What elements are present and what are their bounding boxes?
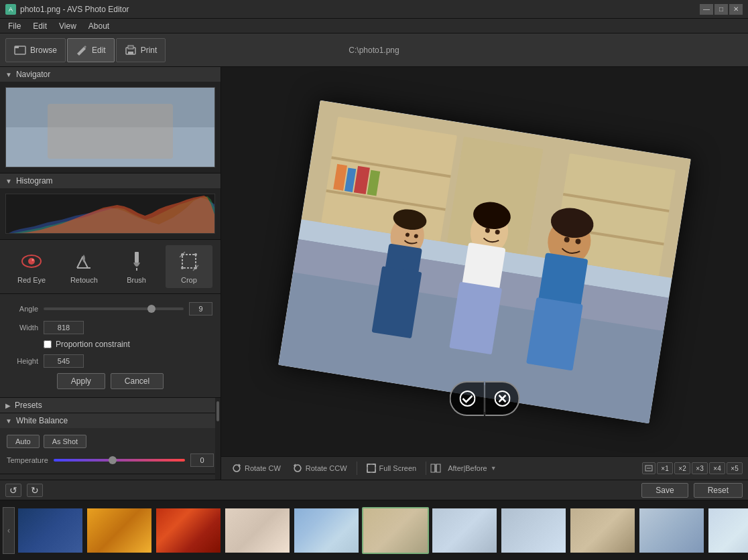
- filmstrip-thumb-6[interactable]: [362, 507, 429, 554]
- save-button[interactable]: Save: [641, 483, 688, 498]
- print-label: Print: [141, 46, 158, 55]
- canvas-area: Rotate CW Rotate CCW Full: [221, 67, 748, 480]
- filmstrip-prev-button[interactable]: ‹: [3, 507, 15, 554]
- svg-point-17: [194, 267, 197, 269]
- svg-point-15: [194, 253, 197, 256]
- photo-container: [278, 100, 691, 423]
- svg-rect-57: [436, 464, 440, 472]
- proportion-checkbox[interactable]: [44, 340, 52, 348]
- crop-label: Crop: [181, 276, 197, 284]
- wb-title: White Balance: [16, 416, 68, 425]
- zoom-4x-button[interactable]: ×4: [709, 462, 725, 474]
- panel-scrollbar-thumb: [216, 401, 219, 421]
- red-eye-label: Red Eye: [17, 276, 46, 284]
- angle-slider[interactable]: [44, 307, 184, 310]
- title-left: A photo1.png - AVS Photo Editor: [5, 4, 129, 15]
- width-label: Width: [8, 324, 38, 332]
- undo-button[interactable]: ↺: [5, 484, 21, 497]
- fit-width-button[interactable]: [642, 462, 656, 474]
- brush-svg: [125, 249, 149, 273]
- crop-tool[interactable]: Crop: [166, 245, 212, 288]
- cancel-button[interactable]: Cancel: [111, 373, 164, 389]
- print-button[interactable]: Print: [116, 38, 166, 62]
- filmstrip-thumb-2[interactable]: [86, 507, 153, 554]
- temperature-slider[interactable]: [54, 459, 185, 462]
- presets-header[interactable]: ▶ Presets: [0, 398, 221, 413]
- filmstrip-thumb-5[interactable]: [293, 507, 360, 554]
- navigator-header[interactable]: ▼ Navigator: [0, 67, 221, 82]
- svg-rect-3: [128, 46, 133, 49]
- apply-button[interactable]: Apply: [57, 373, 105, 389]
- menu-file[interactable]: File: [3, 20, 26, 32]
- height-input[interactable]: [44, 354, 84, 368]
- close-button[interactable]: ✕: [729, 4, 743, 15]
- photo-scene: [278, 100, 691, 423]
- filmstrip-thumb-7[interactable]: [431, 507, 498, 554]
- brush-icon: [125, 249, 149, 273]
- filmstrip-thumb-10[interactable]: [638, 507, 705, 554]
- retouch-tool[interactable]: Retouch: [60, 245, 107, 288]
- rotate-cw-button[interactable]: Rotate CW: [227, 461, 286, 476]
- histogram-svg: [6, 194, 214, 234]
- histogram-arrow: ▼: [5, 178, 12, 185]
- thumb-bg-7: [432, 508, 497, 553]
- zoom-2x-button[interactable]: ×2: [674, 462, 690, 474]
- presets-title: Presets: [15, 401, 42, 410]
- thumb-bg-11: [708, 508, 748, 553]
- menu-edit[interactable]: Edit: [27, 20, 52, 32]
- toolbar: Browse Edit Print C:\photo1.png: [0, 33, 748, 67]
- edit-icon: [76, 44, 88, 56]
- wb-header[interactable]: ▼ White Balance: [0, 413, 221, 428]
- tools-section: Red Eye Retouch: [0, 240, 221, 294]
- after-before-control: After|Before ▼: [430, 462, 501, 475]
- overlay-controls: [450, 381, 520, 416]
- cancel-overlay-button[interactable]: [485, 381, 520, 416]
- title-bar: A photo1.png - AVS Photo Editor — □ ✕: [0, 0, 748, 19]
- svg-rect-1: [15, 46, 19, 48]
- browse-icon: [14, 44, 26, 56]
- red-eye-tool[interactable]: Red Eye: [8, 245, 55, 288]
- toolbar-separator-1: [357, 462, 357, 475]
- wb-as-shot-button[interactable]: As Shot: [44, 435, 87, 448]
- width-input[interactable]: [44, 321, 84, 334]
- confirm-button[interactable]: [450, 381, 485, 416]
- histogram-header[interactable]: ▼ Histogram: [0, 173, 221, 188]
- filmstrip-thumb-9[interactable]: [569, 507, 636, 554]
- histogram-chart: [5, 194, 215, 234]
- menu-bar: File Edit View About: [0, 19, 748, 33]
- panel-scrollbar[interactable]: [215, 398, 221, 480]
- histogram-content: [0, 188, 221, 239]
- rotate-ccw-button[interactable]: Rotate CCW: [288, 461, 353, 476]
- filmstrip-thumb-8[interactable]: [500, 507, 567, 554]
- filmstrip-thumb-4[interactable]: [224, 507, 291, 554]
- thumb-bg-8: [501, 508, 566, 553]
- navigator-section: ▼ Navigator: [0, 67, 221, 173]
- svg-point-51: [460, 391, 475, 406]
- window-controls: — □ ✕: [700, 4, 743, 15]
- zoom-1x-button[interactable]: ×1: [657, 462, 673, 474]
- reset-button[interactable]: Reset: [694, 483, 743, 498]
- thumb-bg-5: [294, 508, 359, 553]
- filmstrip-thumb-1[interactable]: [17, 507, 84, 554]
- menu-view[interactable]: View: [54, 20, 82, 32]
- filmstrip-thumb-11[interactable]: [707, 507, 748, 554]
- brush-tool[interactable]: Brush: [113, 245, 160, 288]
- browse-label: Browse: [30, 46, 57, 55]
- thumb-bg-4: [225, 508, 290, 553]
- full-screen-button[interactable]: Full Screen: [361, 461, 422, 476]
- presets-section: ▶ Presets: [0, 398, 221, 413]
- svg-rect-11: [182, 255, 196, 268]
- minimize-button[interactable]: —: [700, 4, 713, 15]
- zoom-5x-button[interactable]: ×5: [727, 462, 743, 474]
- wb-auto-button[interactable]: Auto: [7, 435, 40, 448]
- redo-button[interactable]: ↻: [27, 484, 43, 497]
- maximize-button[interactable]: □: [714, 4, 728, 15]
- after-before-button[interactable]: After|Before ▼: [442, 462, 501, 475]
- zoom-3x-button[interactable]: ×3: [692, 462, 708, 474]
- browse-button[interactable]: Browse: [5, 38, 66, 62]
- filmstrip-thumb-3[interactable]: [155, 507, 222, 554]
- navigator-content: [0, 82, 221, 173]
- menu-about[interactable]: About: [83, 20, 115, 32]
- edit-button[interactable]: Edit: [67, 38, 115, 62]
- navigator-title: Navigator: [16, 70, 50, 79]
